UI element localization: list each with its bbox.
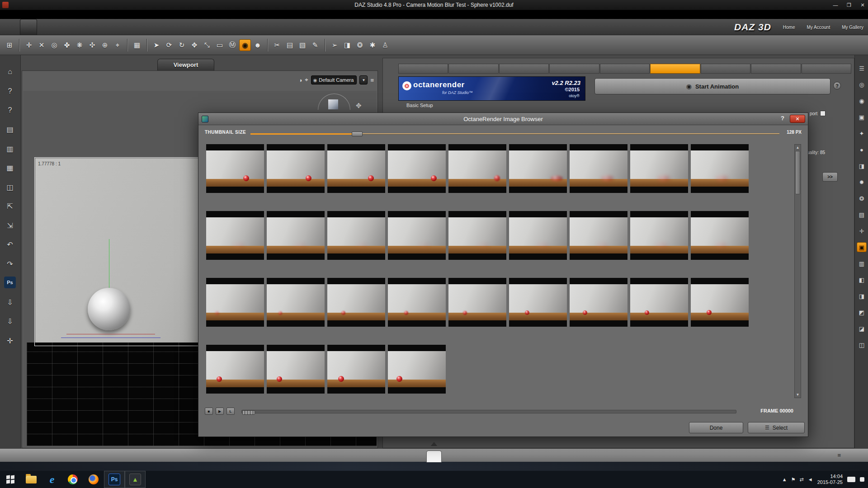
thumbnail[interactable] [388, 211, 446, 266]
thumbnail[interactable] [570, 144, 627, 199]
thumbnail[interactable] [570, 211, 627, 266]
octane-tab-network[interactable] [701, 64, 750, 74]
m-tool-icon[interactable]: Ⓜ [226, 39, 238, 51]
content-library-icon[interactable]: ▤ [857, 210, 867, 220]
taskbar-firefox-button[interactable] [83, 471, 104, 488]
scroll-up-icon[interactable]: ▲ [795, 145, 801, 150]
octane-tab-environment[interactable] [499, 64, 549, 74]
smart-content-icon[interactable]: ◎ [857, 80, 867, 89]
save-icon[interactable]: ◫ [3, 180, 17, 194]
thumbnail[interactable] [267, 278, 325, 333]
pane-drag-marker[interactable] [431, 442, 437, 446]
thumbnail[interactable] [509, 211, 567, 266]
thumbnail[interactable] [388, 144, 446, 199]
maximize-button[interactable]: ❐ [845, 2, 853, 8]
octane-tab-animation[interactable] [650, 64, 700, 74]
thumbnail[interactable] [509, 144, 567, 199]
activity-tab-lamh[interactable] [70, 19, 86, 35]
page-tool-icon[interactable]: ▧ [297, 39, 308, 51]
octane-viewport-icon[interactable]: ◉ [239, 39, 251, 51]
tool-settings-icon[interactable]: ✛ [857, 226, 867, 236]
menu-item-window[interactable] [45, 14, 52, 15]
touch-keyboard-icon[interactable] [847, 477, 855, 482]
pane-menu-icon[interactable]: ☰ [857, 63, 867, 73]
install-b-icon[interactable]: ⇩ [3, 315, 17, 328]
menu-item-connect[interactable] [38, 14, 44, 15]
pointer-tool-icon[interactable]: ➤ [151, 39, 162, 51]
node-cross-a-icon[interactable]: ❋ [74, 39, 85, 51]
product-box-icon[interactable]: ▥ [3, 142, 17, 155]
camera-selector-arrow[interactable]: ▼ [359, 75, 368, 84]
menu-item-render[interactable] [31, 14, 37, 15]
activity-tab-dynamic-clothing[interactable] [53, 19, 70, 35]
scroll-down-icon[interactable]: ▼ [795, 392, 801, 398]
bottom-pane-menu-icon[interactable]: ≡ [837, 452, 841, 459]
layout-a-icon[interactable]: ◧ [857, 275, 867, 285]
import-icon[interactable]: ⇲ [3, 219, 17, 232]
octane-tab-rendersettings[interactable] [448, 64, 498, 74]
node-world-icon[interactable]: ◎ [48, 39, 60, 51]
frame-tool-icon[interactable]: ▭ [214, 39, 226, 51]
thumbnail[interactable] [570, 278, 627, 333]
surfaces-pane-icon[interactable]: ● [857, 145, 867, 155]
activity-tab-animation[interactable] [37, 19, 53, 35]
activity-tab-genx[interactable] [86, 19, 102, 35]
thumbnail[interactable] [691, 278, 749, 333]
viewport-checkbox[interactable] [820, 111, 826, 116]
frame-slider[interactable] [241, 410, 736, 413]
lights-pane-icon[interactable]: ✹ [857, 177, 867, 187]
slider-handle[interactable] [352, 131, 363, 136]
layout-c-icon[interactable]: ◩ [857, 307, 867, 317]
scale-tool-icon[interactable]: ⤡ [201, 39, 213, 51]
aux-viewport-icon[interactable]: ▣ [857, 112, 867, 122]
layout-e-icon[interactable]: ◫ [857, 340, 867, 350]
camera-capture-icon[interactable]: ◨ [341, 39, 353, 51]
thumbnail[interactable] [630, 144, 688, 199]
lessons-icon[interactable]: ? [3, 84, 17, 98]
node-target-icon[interactable]: ⊕ [99, 39, 111, 51]
activity-tab-octanerender[interactable] [20, 19, 37, 35]
thumbnail[interactable] [327, 345, 385, 400]
my-account-link[interactable]: My Account [807, 25, 830, 30]
scene-pane-icon[interactable]: ✦ [857, 128, 867, 138]
octane-tab-textures[interactable] [600, 64, 650, 74]
thumbnail[interactable] [327, 144, 385, 199]
render-preview-icon[interactable]: ◉ [857, 96, 867, 106]
pan-gizmo-icon[interactable]: ✥ [356, 102, 362, 110]
layout-b-icon[interactable]: ◨ [857, 291, 867, 301]
dialog-scrollbar[interactable]: ▲ ▼ [794, 144, 801, 398]
install-a-icon[interactable]: ⇩ [3, 296, 17, 309]
photoshop-bridge-icon[interactable]: Ps [4, 277, 16, 288]
show-desktop-button[interactable] [860, 477, 864, 482]
viewport-pane-menu-icon[interactable]: ≡ [370, 77, 374, 84]
character-tool-icon[interactable]: ☻ [252, 39, 264, 51]
home-icon[interactable]: ⌂ [3, 65, 17, 79]
octane-help-button[interactable]: ? [833, 82, 841, 89]
taskbar-start-button[interactable] [0, 471, 21, 488]
camera-selector[interactable]: ◉ Default Camera [311, 75, 357, 84]
dialog-help-button[interactable]: ? [781, 115, 784, 122]
viewport-tab[interactable]: Viewport [157, 59, 214, 70]
globe-tool-icon[interactable]: ✱ [367, 39, 378, 51]
scrollbar-thumb[interactable] [795, 151, 800, 194]
view-options-icon[interactable]: ⌖ [305, 76, 308, 84]
content-box-icon[interactable]: ▦ [3, 161, 17, 175]
activity-tab-tools[interactable] [102, 19, 118, 35]
network-icon[interactable]: ⇄ [800, 477, 804, 483]
document-icon[interactable]: ▤ [3, 123, 17, 136]
minimize-button[interactable]: — [832, 2, 839, 8]
loop-button[interactable]: L [226, 408, 235, 415]
redo-icon[interactable]: ↷ [3, 257, 17, 271]
undo-icon[interactable]: ↶ [3, 238, 17, 252]
help-icon[interactable]: ? [3, 103, 17, 117]
layout-d-icon[interactable]: ◪ [857, 324, 867, 333]
menu-item-help[interactable] [52, 14, 59, 15]
stop-button[interactable]: ■ [205, 408, 213, 415]
flag-icon[interactable]: ⚑ [791, 477, 796, 483]
thumbnail[interactable] [509, 278, 567, 333]
menu-item-edit[interactable] [9, 14, 15, 15]
dialog-close-button[interactable]: ✕ [790, 115, 805, 123]
thumbnail[interactable] [327, 211, 385, 266]
draw-style-icon[interactable]: ◑ [298, 77, 302, 84]
dialog-title-bar[interactable]: OctaneRender Image Browser ? ✕ [198, 113, 808, 125]
